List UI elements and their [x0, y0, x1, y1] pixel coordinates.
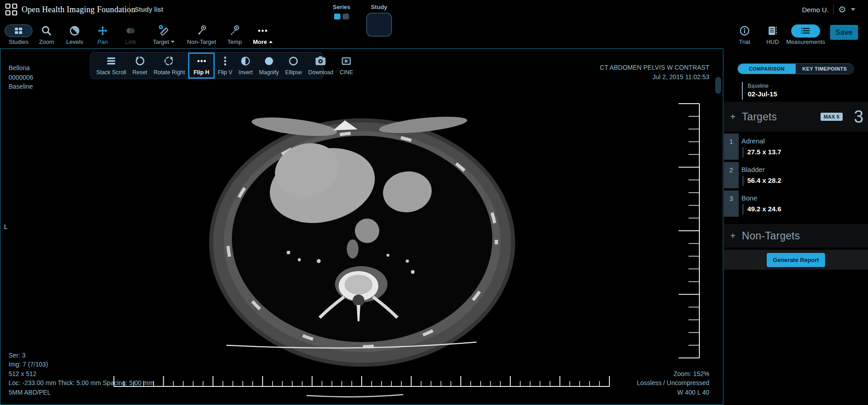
expand-plus-icon[interactable]: + [724, 231, 742, 241]
targets-section-header[interactable]: + Targets MAX 5 3 [724, 102, 868, 132]
invert-icon [240, 56, 251, 68]
target-measurement: 27.5 x 13.7 [743, 147, 781, 157]
save-button[interactable]: Save [830, 25, 858, 40]
overlay-image-settings: Zoom: 152% Lossless / Uncompressed W 400… [637, 369, 709, 397]
image-viewport[interactable]: Stack Scroll Reset Rotate Right Flip H F… [0, 48, 723, 405]
target-measurement: 56.4 x 28.2 [743, 176, 781, 186]
series-label: Series [333, 4, 350, 10]
target-index: 3 [724, 191, 739, 217]
timepoint-label: Baseline [748, 83, 777, 89]
tool-trial[interactable]: Trial [731, 20, 759, 45]
stack-scroll-icon [105, 56, 117, 68]
subtool-cine[interactable]: CINE [336, 52, 356, 79]
measurements-sidebar: COMPARISON KEY TIMEPOINTS Baseline 02-Ju… [724, 48, 868, 405]
pan-icon [97, 24, 108, 38]
tool-zoom[interactable]: Zoom [33, 20, 61, 45]
tool-link[interactable]: TargetLink [117, 20, 145, 45]
tool-pan[interactable]: Pan [89, 20, 117, 45]
tab-key-timepoints[interactable]: KEY TIMEPOINTS [796, 64, 854, 74]
targets-count: 3 [854, 107, 863, 127]
play-icon [340, 56, 352, 68]
reset-icon [134, 56, 146, 68]
subtool-magnify[interactable]: Magnify [256, 52, 282, 79]
study-label: Study [366, 4, 392, 10]
subtool-invert[interactable]: Invert [236, 52, 256, 79]
non-targets-section-header[interactable]: + Non-Targets [724, 224, 868, 248]
rotate-right-icon [163, 56, 175, 68]
generate-report-button[interactable]: Generate Report [767, 253, 826, 267]
overlay-series-info: Ser: 3 Img: 7 (7/103) 512 x 512 Loc: -23… [9, 351, 154, 397]
subtool-ellipse[interactable]: Ellipse [282, 52, 305, 79]
target-index: 1 [724, 133, 739, 160]
target-measurement: 49.2 x 24.6 [743, 204, 781, 214]
more-tools-panel: Stack Scroll Reset Rotate Right Flip H F… [90, 52, 323, 79]
more-dots-icon [257, 24, 269, 38]
tool-non-target[interactable]: Non-Target [183, 20, 221, 45]
overlay-study-info: CT ABDOMEN PELVIS W CONTRAST Jul 2, 2015… [600, 63, 709, 81]
zoom-icon [41, 24, 52, 38]
viewport-scrollbar-thumb[interactable] [715, 77, 721, 94]
gear-icon[interactable]: ⚙ [838, 5, 846, 14]
main-toolbar: Studies Zoom Levels Pan [0, 20, 868, 48]
tool-studies[interactable]: Studies [5, 20, 33, 45]
subtool-download[interactable]: Download [305, 52, 337, 79]
magnify-icon [263, 56, 275, 68]
temp-icon [229, 24, 241, 38]
user-menu[interactable]: Demo U. ⚙ [802, 5, 855, 14]
report-band: Generate Report [724, 250, 868, 270]
tool-measurements[interactable]: Measurements [787, 20, 825, 45]
series-thumb-active[interactable] [334, 14, 340, 19]
target-ruler-icon [157, 24, 170, 38]
tool-hud[interactable]: HUD [759, 20, 787, 45]
timepoint-date: 02-Jul-15 [748, 90, 777, 98]
subtool-stack-scroll[interactable]: Stack Scroll [93, 52, 129, 79]
target-label: Bone [741, 194, 757, 202]
chevron-down-icon [851, 8, 855, 11]
info-icon [739, 24, 750, 38]
non-target-icon [196, 24, 208, 38]
target-row-bladder[interactable]: 2 Bladder 56.4 x 28.2 [724, 162, 868, 189]
targets-title: Targets [742, 111, 777, 123]
target-label: Bladder [741, 166, 765, 173]
tool-target[interactable]: Target [145, 20, 183, 45]
tool-levels[interactable]: Levels [61, 20, 89, 45]
top-header: Open Health Imaging Foundation Study lis… [0, 0, 868, 20]
series-thumb-idle[interactable] [343, 14, 349, 19]
chevron-down-icon [171, 41, 175, 43]
subtool-reset[interactable]: Reset [129, 52, 151, 79]
max-badge: MAX 5 [821, 113, 843, 121]
levels-icon [69, 24, 80, 38]
tool-temp[interactable]: Temp [221, 20, 249, 45]
subtool-flip-h[interactable]: Flip H [188, 52, 215, 79]
expand-plus-icon[interactable]: + [724, 112, 742, 122]
target-row-adrenal[interactable]: 1 Adrenal 27.5 x 13.7 [724, 133, 868, 161]
target-row-bone[interactable]: 3 Bone 49.2 x 24.6 [724, 191, 868, 218]
tool-more[interactable]: More [249, 20, 277, 45]
flip-v-icon [219, 56, 231, 68]
ohif-logo-icon [5, 4, 17, 15]
overlay-patient-info: Bellona 0000006 Baseline [9, 63, 33, 91]
link-icon [124, 24, 137, 38]
ellipse-icon [288, 56, 299, 68]
header-divider [129, 3, 130, 16]
subtool-rotate-right[interactable]: Rotate Right [151, 52, 188, 79]
timepoint-baseline[interactable]: Baseline 02-Jul-15 [742, 82, 777, 100]
hud-panel-icon [767, 24, 778, 38]
target-label: Adrenal [741, 137, 765, 145]
chevron-up-icon [269, 41, 273, 43]
orientation-marker-left: L [4, 222, 8, 232]
study-list-link[interactable]: Study list [135, 6, 163, 13]
camera-icon [314, 56, 327, 68]
ohif-viewer-app: Open Health Imaging Foundation Study lis… [0, 0, 868, 405]
target-index: 2 [724, 162, 739, 188]
flip-h-icon [196, 56, 208, 68]
subtool-flip-v[interactable]: Flip V [215, 52, 236, 79]
non-targets-title: Non-Targets [742, 230, 800, 242]
app-logo[interactable]: Open Health Imaging Foundation [5, 4, 135, 15]
grid-icon [5, 24, 33, 37]
list-icon [791, 24, 820, 38]
series-thumbnails: Series [333, 4, 350, 19]
app-title: Open Health Imaging Foundation [22, 5, 135, 14]
sidebar-tabs: COMPARISON KEY TIMEPOINTS [737, 63, 854, 74]
tab-comparison[interactable]: COMPARISON [738, 64, 796, 74]
